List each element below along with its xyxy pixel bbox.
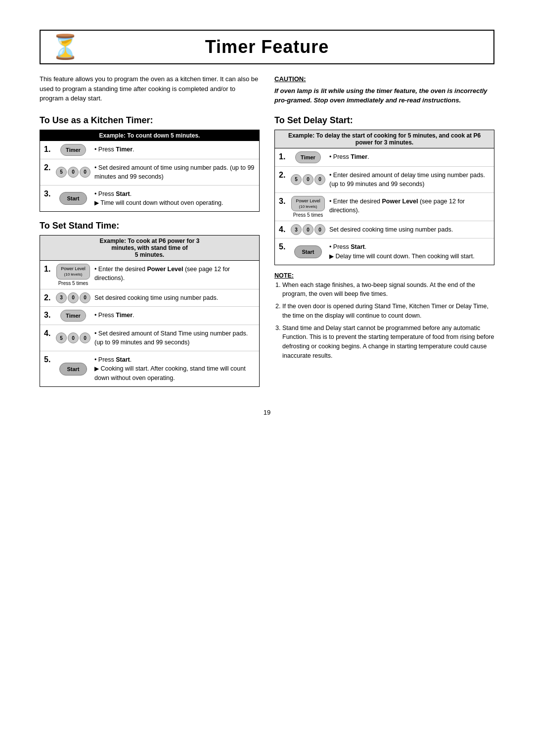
step-icon: Timer [54, 306, 92, 325]
caution-label: CAUTION: [274, 74, 494, 84]
step-desc: • Enter the desired Power Level (see pag… [327, 192, 494, 221]
step-icon: Start [54, 185, 92, 211]
page-title: Timer Feature [205, 37, 329, 57]
kitchen-timer-example-header: Example: To count down 5 minutes. [40, 130, 259, 141]
page-number: 19 [40, 409, 494, 416]
step-desc: • Set desired amount of Stand Time using… [92, 325, 259, 351]
num-0a: 0 [68, 167, 79, 178]
stand-time-step-5: 5. Start • Press Start.▶ Cooking will st… [40, 351, 259, 386]
left-column: To Use as a Kitchen Timer: Example: To c… [40, 115, 260, 389]
step-num: 3. [40, 306, 54, 325]
stand-time-steps: 1. Power Level(10 levels) Press 5 times … [40, 261, 259, 386]
number-pads: 3 0 0 [291, 224, 325, 235]
note-label: NOTE: [274, 271, 494, 281]
timer-button: Timer [60, 144, 86, 156]
num-5: 5 [291, 174, 302, 185]
main-columns: To Use as a Kitchen Timer: Example: To c… [40, 115, 494, 389]
stand-time-example: Example: To cook at P6 power for 3minute… [40, 235, 260, 387]
step-num: 1. [40, 261, 54, 289]
delay-start-step-4: 4. 3 0 0 Set desired cooking time using … [275, 221, 494, 238]
number-pads: 5 0 0 [56, 167, 90, 178]
step-icon: Timer [54, 141, 92, 159]
num-0a: 0 [303, 174, 313, 185]
step-desc: • Press Start.▶ Cooking will start. Afte… [92, 351, 259, 386]
num-5: 5 [56, 167, 67, 178]
start-button: Start [294, 245, 321, 258]
right-column: To Set Delay Start: Example: To delay th… [274, 115, 494, 389]
num-3: 3 [56, 292, 67, 303]
num-0b: 0 [314, 174, 325, 185]
step-num: 2. [40, 289, 54, 306]
num-0b: 0 [80, 292, 90, 303]
number-pads: 3 0 0 [56, 292, 90, 303]
timer-button: Timer [295, 151, 321, 163]
stand-time-step-3: 3. Timer • Press Timer. [40, 306, 259, 325]
stand-time-title: To Set Stand Time: [40, 221, 260, 231]
kitchen-timer-title: To Use as a Kitchen Timer: [40, 115, 260, 126]
step-desc: • Enter desired amount of delay time usi… [327, 166, 494, 192]
step-num: 1. [275, 148, 289, 167]
delay-start-title: To Set Delay Start: [274, 115, 494, 126]
num-5: 5 [56, 332, 67, 343]
kitchen-timer-example: Example: To count down 5 minutes. 1. Tim… [40, 130, 260, 212]
start-button: Start [59, 192, 87, 205]
note-item-3: Stand time and Delay start cannot be pro… [282, 324, 494, 361]
step-desc: • Enter the desired Power Level (see pag… [92, 261, 259, 289]
step-icon: Power Level(10 levels) Press 5 times [54, 261, 92, 289]
stand-time-example-header: Example: To cook at P6 power for 3minute… [40, 236, 259, 261]
kitchen-timer-steps: 1. Timer • Press Timer. 2. 5 0 0 [40, 141, 259, 212]
step-icon: 5 0 0 [54, 159, 92, 185]
step-desc: Set desired cooking time using number pa… [92, 289, 259, 306]
step-desc: • Press Start.▶ Delay time will count do… [327, 238, 494, 265]
delay-start-step-5: 5. Start • Press Start.▶ Delay time will… [275, 238, 494, 265]
caution-text: If oven lamp is lit while using the time… [274, 86, 494, 105]
step-desc: Set desired cooking time using number pa… [327, 221, 494, 238]
step-num: 5. [40, 351, 54, 386]
note-item-2: If the oven door is opened during Stand … [282, 302, 494, 321]
number-pads: 5 0 0 [291, 174, 325, 185]
num-0b: 0 [80, 332, 90, 343]
step-icon: Start [289, 238, 327, 265]
number-pads: 5 0 0 [56, 332, 90, 343]
step-num: 3. [40, 185, 54, 211]
num-3: 3 [291, 224, 302, 235]
step-icon: 3 0 0 [289, 221, 327, 238]
num-0a: 0 [303, 224, 313, 235]
press-label: Press 5 times [56, 281, 90, 286]
step-icon: Timer [289, 148, 327, 167]
step-icon: 3 0 0 [54, 289, 92, 306]
step-desc: • Press Timer. [92, 306, 259, 325]
step-num: 4. [275, 221, 289, 238]
step-icon: Power Level(10 levels) Press 5 times [289, 192, 327, 221]
step-num: 5. [275, 238, 289, 265]
press-label: Press 5 times [291, 212, 325, 218]
delay-start-step-2: 2. 5 0 0 • Enter desired amount of delay… [275, 166, 494, 192]
kitchen-timer-step-1: 1. Timer • Press Timer. [40, 141, 259, 159]
stand-time-step-4: 4. 5 0 0 • Set desired amount of Stand T… [40, 325, 259, 351]
num-0a: 0 [68, 292, 79, 303]
intro-row: This feature allows you to program the o… [40, 74, 494, 105]
notes-list: When each stage finishes, a two-beep sig… [282, 281, 494, 361]
page-header: ⏳ Timer Feature [40, 30, 494, 64]
step-num: 1. [40, 141, 54, 159]
num-0b: 0 [80, 167, 90, 178]
kitchen-timer-step-2: 2. 5 0 0 • Set desired amount of time us… [40, 159, 259, 185]
step-desc: • Set desired amount of time using numbe… [92, 159, 259, 185]
step-num: 2. [40, 159, 54, 185]
step-icon: 5 0 0 [54, 325, 92, 351]
intro-text: This feature allows you to program the o… [40, 74, 260, 105]
step-icon: Start [54, 351, 92, 386]
step-desc: • Press Timer. [327, 148, 494, 167]
start-button: Start [59, 363, 87, 376]
timer-button: Timer [60, 310, 86, 322]
power-level-button: Power Level(10 levels) [56, 264, 90, 280]
num-0a: 0 [68, 332, 79, 343]
step-num: 3. [275, 192, 289, 221]
note-item-1: When each stage finishes, a two-beep sig… [282, 281, 494, 299]
note-section: NOTE: When each stage finishes, a two-be… [274, 271, 494, 361]
delay-start-example: Example: To delay the start of cooking f… [274, 130, 494, 265]
delay-start-step-1: 1. Timer • Press Timer. [275, 148, 494, 167]
delay-start-example-header: Example: To delay the start of cooking f… [275, 130, 494, 148]
stand-time-step-1: 1. Power Level(10 levels) Press 5 times … [40, 261, 259, 289]
step-icon: 5 0 0 [289, 166, 327, 192]
